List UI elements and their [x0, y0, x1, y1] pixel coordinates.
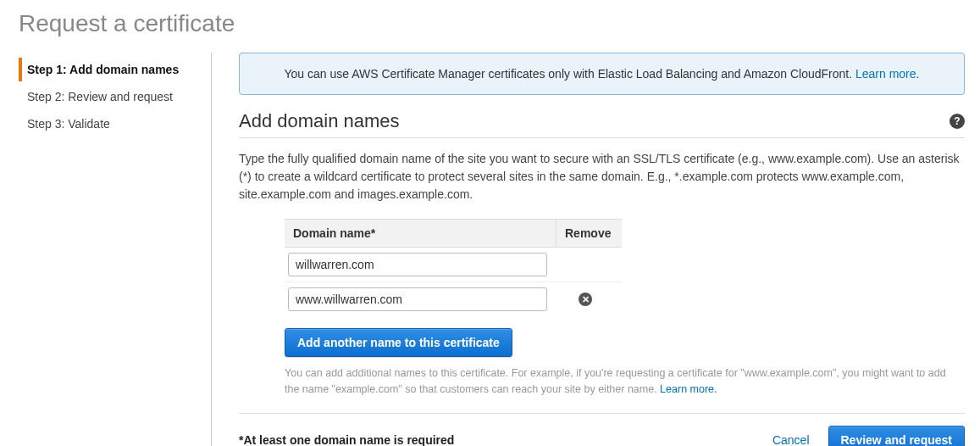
- review-and-request-button[interactable]: Review and request: [828, 426, 966, 447]
- sidebar-step-3[interactable]: Step 3: Validate: [19, 112, 211, 136]
- help-icon[interactable]: ?: [950, 114, 965, 129]
- domain-name-input[interactable]: [288, 253, 547, 276]
- wizard-sidebar: Step 1: Add domain names Step 2: Review …: [19, 53, 212, 446]
- helper-text: You can add additional names to this cer…: [285, 365, 954, 398]
- close-icon: ✕: [582, 295, 590, 304]
- domain-name-header: Domain name*: [285, 220, 556, 247]
- table-row: ✕: [285, 282, 622, 316]
- info-banner-learn-more-link[interactable]: Learn more.: [855, 67, 919, 81]
- divider: [239, 137, 965, 138]
- table-row: [285, 248, 622, 282]
- remove-domain-button[interactable]: ✕: [579, 293, 592, 306]
- cancel-button[interactable]: Cancel: [767, 432, 815, 447]
- sidebar-step-2[interactable]: Step 2: Review and request: [19, 85, 211, 109]
- sidebar-step-1[interactable]: Step 1: Add domain names: [19, 58, 211, 81]
- helper-learn-more-link[interactable]: Learn more.: [660, 383, 717, 395]
- remove-header: Remove: [556, 220, 622, 247]
- section-description: Type the fully qualified domain name of …: [239, 150, 965, 203]
- add-another-name-button[interactable]: Add another name to this certificate: [285, 328, 512, 357]
- domain-table: Domain name* Remove: [285, 219, 622, 316]
- section-title: Add domain names: [239, 110, 400, 132]
- info-banner-text: You can use AWS Certificate Manager cert…: [285, 67, 855, 81]
- info-banner: You can use AWS Certificate Manager cert…: [239, 53, 965, 95]
- required-message: *At least one domain name is required: [239, 433, 454, 447]
- page-title: Request a certificate: [19, 10, 965, 37]
- domain-name-input[interactable]: [288, 287, 547, 311]
